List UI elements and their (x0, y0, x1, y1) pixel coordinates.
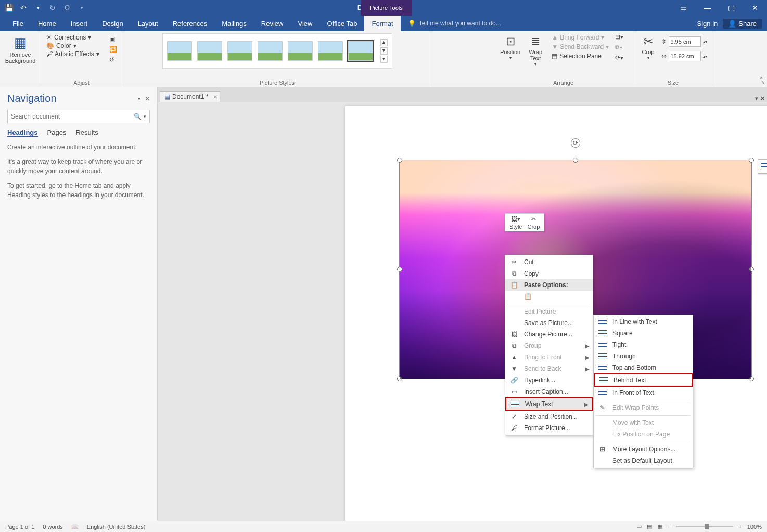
group-icon[interactable]: ⧉▾ (615, 44, 623, 51)
status-page[interactable]: Page 1 of 1 (5, 524, 34, 530)
color-button[interactable]: 🎨Color ▾ (44, 42, 79, 50)
tab-review[interactable]: Review (254, 16, 291, 31)
ctx-save-as-picture[interactable]: Save as Picture... (505, 317, 593, 329)
ctx-format-picture[interactable]: 🖌Format Picture... (505, 422, 593, 434)
corrections-button[interactable]: ☀Corrections ▾ (44, 33, 93, 42)
nav-tab-headings[interactable]: Headings (7, 128, 38, 137)
gallery-more-icon[interactable]: ▾ (380, 56, 388, 63)
tab-design[interactable]: Design (95, 16, 130, 31)
search-document[interactable]: 🔍 ▾ (7, 110, 150, 123)
rotate-ribbon-icon[interactable]: ⟳▾ (615, 54, 623, 61)
reset-icon[interactable]: ↺ (109, 56, 117, 63)
bring-forward-button[interactable]: ▲Bring Forward ▾ (549, 33, 611, 42)
zoom-level[interactable]: 100% (747, 524, 762, 530)
print-layout-icon[interactable]: ▤ (647, 523, 652, 530)
ctx-insert-caption[interactable]: ▭Insert Caption... (505, 386, 593, 397)
web-layout-icon[interactable]: ▦ (657, 523, 662, 530)
search-icon[interactable]: 🔍 (134, 113, 142, 120)
minimize-icon[interactable]: — (695, 0, 719, 16)
tab-home[interactable]: Home (31, 16, 63, 31)
doc-tab-close-icon[interactable]: ✕ (213, 94, 218, 100)
ribbon-options-icon[interactable]: ▭ (671, 0, 695, 16)
nav-tab-pages[interactable]: Pages (47, 128, 67, 137)
mini-crop-button[interactable]: ✂Crop (527, 216, 540, 230)
tab-layout[interactable]: Layout (131, 16, 165, 31)
maximize-icon[interactable]: ▢ (719, 0, 743, 16)
wrap-behind-text[interactable]: Behind Text (594, 373, 693, 387)
ctx-paste-keep[interactable]: 📋 (505, 291, 593, 302)
zoom-slider[interactable] (676, 526, 733, 527)
tab-references[interactable]: References (165, 16, 214, 31)
ctx-size-and-position[interactable]: ⤢Size and Position... (505, 411, 593, 422)
context-tab-picture-tools[interactable]: Picture Tools (361, 0, 412, 16)
resize-handle[interactable] (749, 158, 754, 163)
ctx-cut[interactable]: ✂Cut (505, 256, 593, 268)
close-icon[interactable]: ✕ (743, 0, 767, 16)
position-button[interactable]: ⊡Position▾ (497, 33, 523, 69)
nav-tab-results[interactable]: Results (75, 128, 98, 137)
nav-close-icon[interactable]: ✕ (145, 95, 150, 102)
tab-office-tab[interactable]: Office Tab (319, 16, 364, 31)
wrap-top-bottom[interactable]: Top and Bottom (594, 362, 693, 373)
share-button[interactable]: 👤Share (723, 19, 762, 29)
status-words[interactable]: 0 words (43, 524, 63, 530)
resize-handle[interactable] (749, 376, 754, 381)
resize-handle[interactable] (397, 376, 402, 381)
redo-icon[interactable]: ↻ (48, 3, 57, 12)
compress-icon[interactable]: ▣ (109, 35, 117, 43)
tab-insert[interactable]: Insert (63, 16, 95, 31)
zoom-in-icon[interactable]: + (738, 524, 742, 530)
tell-me[interactable]: 💡Tell me what you want to do... (401, 16, 508, 31)
gallery-down-icon[interactable]: ▼ (380, 47, 388, 55)
tab-format[interactable]: Format (364, 16, 400, 31)
layout-options-button[interactable] (758, 159, 767, 174)
spell-icon[interactable]: 📖 (71, 523, 79, 530)
change-icon[interactable]: 🔁 (109, 46, 117, 53)
wrap-through[interactable]: Through (594, 351, 693, 362)
wrap-more-layout-options[interactable]: ⊞More Layout Options... (594, 444, 693, 455)
resize-handle[interactable] (397, 267, 402, 272)
wrap-set-default-layout[interactable]: Set as Default Layout (594, 455, 693, 466)
tabs-dropdown-icon[interactable]: ▾ (755, 95, 758, 102)
gallery-up-icon[interactable]: ▲ (380, 39, 388, 46)
zoom-out-icon[interactable]: − (668, 524, 671, 530)
collapse-ribbon-icon[interactable]: ˄ (760, 76, 763, 84)
save-icon[interactable]: 💾 (4, 3, 14, 12)
send-backward-button[interactable]: ▼Send Backward ▾ (549, 43, 611, 51)
undo-icon[interactable]: ↶ (19, 3, 28, 12)
style-thumb-selected[interactable] (348, 41, 373, 61)
style-thumb[interactable] (288, 41, 313, 61)
style-thumb[interactable] (227, 41, 252, 61)
tab-file[interactable]: File (5, 16, 31, 31)
wrap-text-button[interactable]: ≣Wrap Text▾ (526, 33, 545, 69)
crop-button[interactable]: ✂Crop▾ (639, 33, 658, 63)
style-thumb[interactable] (167, 41, 192, 61)
omega-icon[interactable]: Ω (62, 3, 72, 12)
artistic-effects-button[interactable]: 🖌Artistic Effects ▾ (44, 50, 101, 58)
sign-in-link[interactable]: Sign in (697, 20, 718, 28)
ctx-paste-options[interactable]: 📋Paste Options: (505, 279, 593, 291)
ctx-wrap-text[interactable]: Wrap Text▶ (505, 397, 593, 411)
ctx-copy[interactable]: ⧉Copy (505, 268, 593, 279)
undo-dropdown-icon[interactable]: ▾ (33, 3, 43, 12)
wrap-in-front-of-text[interactable]: In Front of Text (594, 387, 693, 398)
rotate-handle[interactable]: ⟳ (571, 138, 580, 148)
resize-handle[interactable] (749, 267, 754, 272)
height-input[interactable]: 9.95 cm (669, 36, 701, 47)
nav-dropdown-icon[interactable]: ▾ (138, 96, 140, 101)
tabs-close-icon[interactable]: ✕ (760, 95, 765, 102)
style-thumb[interactable] (318, 41, 343, 61)
search-input[interactable] (11, 113, 134, 120)
qat-more-icon[interactable]: ▾ (77, 3, 86, 12)
tab-view[interactable]: View (290, 16, 319, 31)
tab-mailings[interactable]: Mailings (214, 16, 254, 31)
wrap-square[interactable]: Square (594, 328, 693, 339)
status-language[interactable]: English (United States) (87, 524, 146, 530)
style-thumb[interactable] (197, 41, 222, 61)
style-thumb[interactable] (258, 41, 283, 61)
remove-background-button[interactable]: ▦ Remove Background (2, 33, 39, 66)
mini-style-button[interactable]: 🖼▾Style (509, 216, 522, 230)
wrap-tight[interactable]: Tight (594, 339, 693, 351)
width-input[interactable]: 15.92 cm (669, 51, 701, 61)
ctx-change-picture[interactable]: 🖼Change Picture... (505, 329, 593, 340)
